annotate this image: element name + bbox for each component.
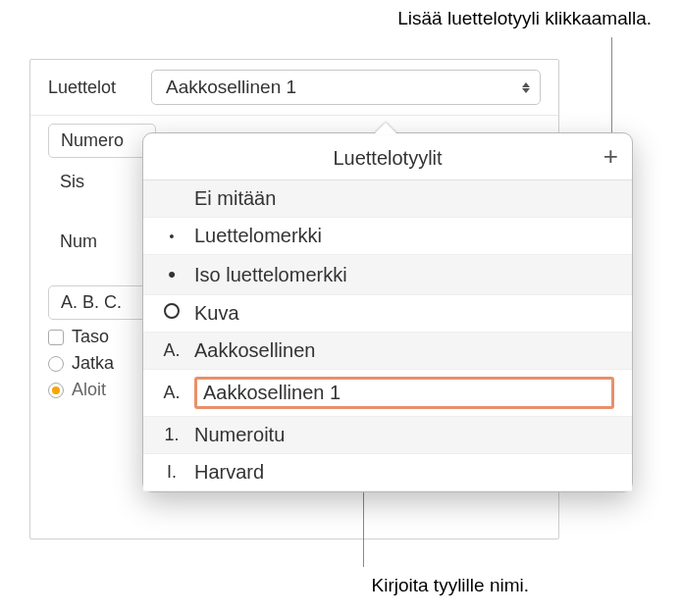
example-format[interactable]: A. B. C. [48,285,156,320]
continue-label: Jatka [72,353,114,374]
list-styles-popover: Luettelotyylit + Ei mitäänLuettelomerkki… [142,132,633,492]
level-label: Taso [72,327,109,347]
lists-row: Luettelot Aakkosellinen 1 [30,60,558,116]
style-item-label: Ei mitään [194,187,276,210]
style-item[interactable]: A. [143,370,632,417]
style-marker-icon: I. [161,462,183,483]
style-name-input[interactable] [194,377,614,409]
list-style-dropdown[interactable]: Aakkosellinen 1 [151,70,541,105]
callout-add-style: Lisää luettelotyyli klikkaamalla. [397,8,652,29]
popover-title: Luettelotyylit [333,147,442,170]
dropdown-value: Aakkosellinen 1 [166,77,296,98]
style-item[interactable]: Iso luettelomerkki [143,255,632,295]
popover-header: Luettelotyylit + [143,133,632,180]
style-item-label: Kuva [194,302,239,325]
style-item-label: Harvard [194,461,264,484]
style-item-label: Aakkosellinen [194,339,315,362]
style-item[interactable]: Kuva [143,295,632,333]
style-item-label: Luettelomerkki [194,225,322,247]
checkbox-icon[interactable] [48,330,64,345]
radio-icon[interactable] [48,383,64,398]
style-marker-icon: 1. [161,425,183,445]
style-marker-icon [161,262,183,287]
style-item[interactable]: Luettelomerkki [143,218,632,255]
style-item[interactable]: 1.Numeroitu [143,417,632,454]
style-item-label: Iso luettelomerkki [194,264,347,286]
style-item[interactable]: I.Harvard [143,454,632,491]
style-marker-icon [161,303,183,324]
callout-name-style: Kirjoita tyylille nimi. [372,575,529,596]
style-marker-icon: A. [161,383,183,403]
style-marker-icon [161,226,183,246]
chevron-updown-icon [522,82,530,93]
style-marker-icon: A. [161,340,183,361]
lists-label: Luettelot [48,77,151,98]
style-item[interactable]: Ei mitään [143,180,632,218]
radio-icon[interactable] [48,356,64,372]
style-item-label: Numeroitu [194,424,285,446]
style-list: Ei mitäänLuettelomerkkiIso luettelomerkk… [143,180,632,491]
numbering-field[interactable]: Numero [48,124,156,158]
start-label: Aloit [72,380,106,400]
style-item[interactable]: A.Aakkosellinen [143,333,632,370]
add-style-button[interactable]: + [603,143,618,169]
